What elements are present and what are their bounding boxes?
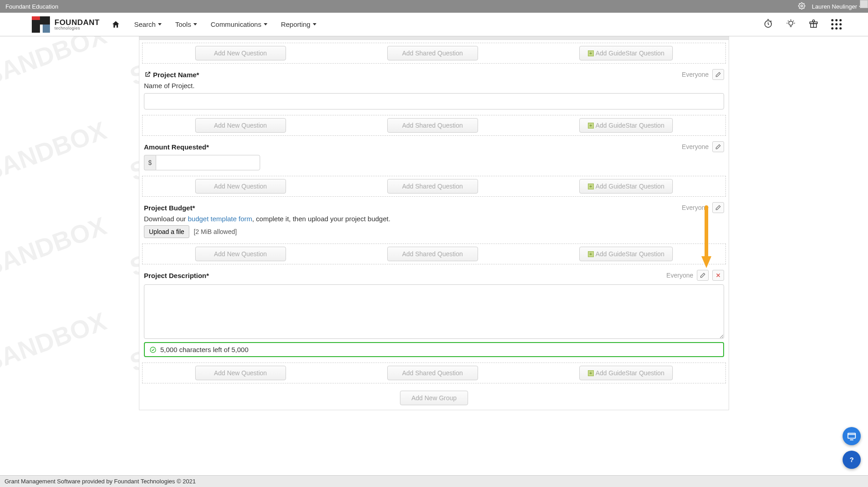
add-new-group-button[interactable]: Add New Group: [400, 391, 468, 405]
currency-prefix: $: [144, 155, 156, 170]
svg-text:?: ?: [849, 456, 853, 463]
add-new-question-button[interactable]: Add New Question: [195, 118, 286, 133]
user-name: Lauren Neulinger: [812, 3, 857, 10]
add-guidestar-question-button[interactable]: Add GuideStar Question: [579, 179, 673, 194]
footer: Grant Management Software provided by Fo…: [0, 475, 868, 487]
guidestar-icon: [588, 184, 594, 189]
navbar: FOUNDANT technologies Search Tools Commu…: [0, 13, 868, 36]
svg-point-0: [801, 5, 803, 7]
character-counter: 5,000 characters left of 5,000: [144, 342, 724, 357]
question-label: Project Name*: [153, 71, 199, 79]
svg-point-5: [150, 347, 156, 353]
add-new-question-button[interactable]: Add New Question: [195, 366, 286, 380]
topbar: Foundant Education Lauren Neulinger: [0, 0, 868, 13]
edit-question-button[interactable]: [712, 202, 724, 213]
upload-file-button[interactable]: Upload a file: [144, 225, 189, 238]
nav-search[interactable]: Search: [134, 20, 162, 28]
settings-gear-icon[interactable]: [798, 2, 805, 11]
question-project-name: Project Name* Everyone Name of Project.: [139, 66, 729, 112]
scroll-up-button[interactable]: [860, 0, 868, 8]
check-circle-icon: [149, 346, 157, 353]
project-description-textarea[interactable]: [144, 284, 724, 339]
stopwatch-icon[interactable]: [763, 19, 773, 30]
add-new-question-button[interactable]: Add New Question: [195, 179, 286, 194]
visibility-label: Everyone: [682, 143, 709, 150]
caret-down-icon: [158, 23, 162, 25]
add-question-row: Add New Question Add Shared Question Add…: [142, 363, 726, 383]
edit-question-button[interactable]: [712, 69, 724, 80]
guidestar-icon: [588, 251, 594, 257]
question-project-budget: Project Budget* Everyone Download our bu…: [139, 199, 729, 241]
add-guidestar-question-button[interactable]: Add GuideStar Question: [579, 118, 673, 133]
logo-text-big: FOUNDANT: [54, 19, 99, 26]
gift-icon[interactable]: [809, 19, 819, 30]
add-shared-question-button[interactable]: Add Shared Question: [387, 179, 478, 194]
add-guidestar-question-button[interactable]: Add GuideStar Question: [579, 46, 673, 60]
add-shared-question-button[interactable]: Add Shared Question: [387, 118, 478, 133]
project-name-input[interactable]: [144, 93, 724, 109]
footer-text: Grant Management Software provided by Fo…: [5, 478, 196, 485]
add-question-row: Add New Question Add Shared Question Add…: [142, 43, 726, 64]
visibility-label: Everyone: [682, 71, 709, 78]
add-shared-question-button[interactable]: Add Shared Question: [387, 366, 478, 380]
apps-icon[interactable]: [831, 19, 842, 30]
floating-help-button[interactable]: ?: [843, 451, 861, 469]
lightbulb-icon[interactable]: [786, 19, 796, 30]
add-guidestar-question-button[interactable]: Add GuideStar Question: [579, 366, 673, 380]
user-menu[interactable]: Lauren Neulinger: [812, 3, 863, 10]
budget-template-link[interactable]: budget template form: [188, 215, 252, 223]
home-icon: [111, 20, 120, 29]
nav-tools[interactable]: Tools: [175, 20, 197, 28]
guidestar-icon: [588, 50, 594, 56]
add-new-question-button[interactable]: Add New Question: [195, 46, 286, 60]
annotation-arrow: [700, 205, 712, 270]
logo-text-small: technologies: [54, 26, 99, 30]
nav-reporting[interactable]: Reporting: [281, 20, 316, 28]
upload-size-note: [2 MiB allowed]: [194, 228, 237, 235]
logo[interactable]: FOUNDANT technologies: [32, 16, 99, 33]
shared-icon: [144, 71, 151, 78]
svg-point-2: [789, 21, 793, 25]
add-guidestar-question-button[interactable]: Add GuideStar Question: [579, 247, 673, 261]
question-project-description: Project Description* Everyone 5,000 char…: [139, 267, 729, 360]
add-group-row: Add New Group: [139, 386, 729, 410]
question-subtext: Name of Project.: [144, 82, 724, 89]
amount-requested-input[interactable]: [156, 155, 260, 170]
form-builder-panel: Add New Question Add Shared Question Add…: [139, 36, 729, 410]
question-amount-requested: Amount Requested* Everyone $: [139, 139, 729, 173]
add-question-row: Add New Question Add Shared Question Add…: [142, 176, 726, 197]
caret-down-icon: [193, 23, 197, 25]
question-label: Amount Requested*: [144, 143, 209, 151]
add-shared-question-button[interactable]: Add Shared Question: [387, 46, 478, 60]
guidestar-icon: [588, 123, 594, 129]
caret-down-icon: [264, 23, 267, 25]
add-shared-question-button[interactable]: Add Shared Question: [387, 247, 478, 261]
add-question-row: Add New Question Add Shared Question Add…: [142, 115, 726, 136]
nav-home[interactable]: [111, 20, 120, 29]
logo-mark-icon: [32, 16, 50, 33]
question-label: Project Budget*: [144, 204, 195, 212]
visibility-label: Everyone: [666, 272, 693, 279]
site-title: Foundant Education: [5, 3, 58, 10]
delete-question-button[interactable]: [712, 270, 724, 281]
floating-screen-button[interactable]: [843, 427, 861, 445]
add-new-question-button[interactable]: Add New Question: [195, 247, 286, 261]
guidestar-icon: [588, 370, 594, 376]
edit-question-button[interactable]: [712, 141, 724, 152]
svg-marker-7: [701, 256, 711, 268]
nav-communications[interactable]: Communications: [211, 20, 267, 28]
question-label: Project Description*: [144, 272, 209, 279]
caret-down-icon: [313, 23, 316, 25]
question-subtext: Download our budget template form, compl…: [144, 215, 724, 223]
edit-question-button[interactable]: [697, 270, 709, 281]
add-question-row: Add New Question Add Shared Question Add…: [142, 244, 726, 264]
svg-rect-8: [848, 433, 856, 438]
